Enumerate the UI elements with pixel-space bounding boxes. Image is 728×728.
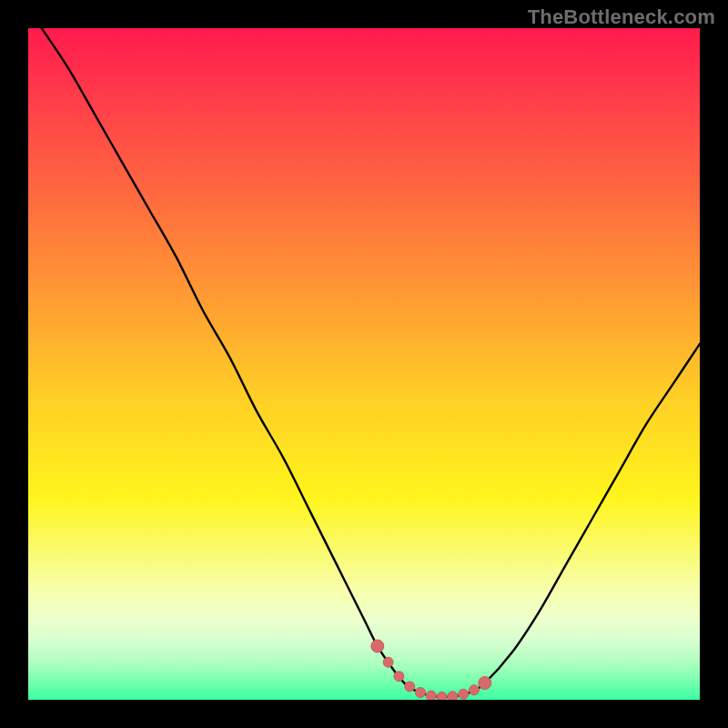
chart-frame: TheBottleneck.com [0, 0, 728, 728]
highlight-dot [437, 692, 447, 700]
highlight-dot [426, 691, 436, 700]
highlight-markers [371, 640, 491, 700]
highlight-dot [405, 682, 415, 692]
highlight-dot [479, 677, 491, 690]
curve-svg [28, 28, 700, 700]
highlight-dot [394, 672, 404, 682]
highlight-dot [459, 689, 469, 699]
highlight-dot [416, 688, 426, 698]
highlight-dot [383, 657, 393, 667]
highlight-dot [448, 692, 458, 700]
plot-area [28, 28, 700, 700]
bottleneck-curve [42, 28, 700, 697]
highlight-dot [470, 685, 480, 695]
watermark-text: TheBottleneck.com [528, 5, 715, 29]
highlight-dot [371, 640, 384, 652]
